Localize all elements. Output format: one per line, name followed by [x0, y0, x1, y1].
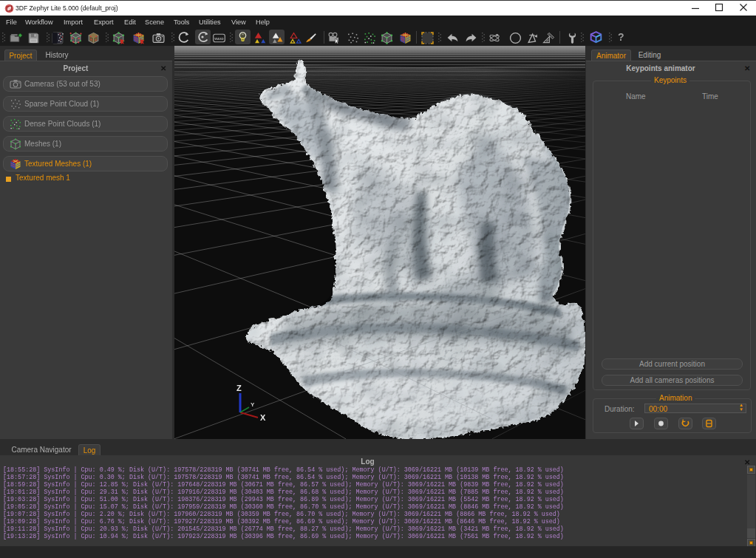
svg-text:X: X [260, 413, 266, 422]
svg-text:Z: Z [236, 384, 242, 392]
svg-text:Y: Y [251, 401, 255, 408]
svg-text:WASD: WASD [214, 37, 224, 41]
